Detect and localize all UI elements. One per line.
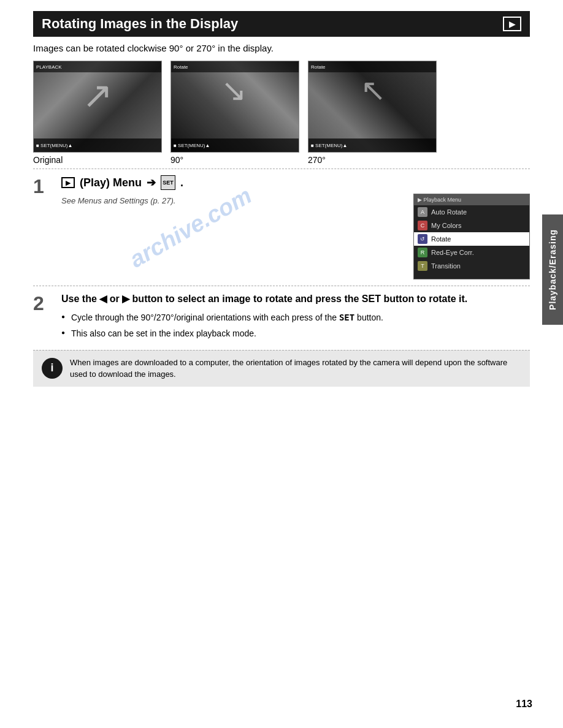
step1-inner: See Menus and Settings (p. 27). ▶ Playba…	[61, 194, 530, 279]
note-icon: i	[42, 358, 63, 379]
menu-icon-0: A	[418, 207, 427, 217]
step2-section: 2 Use the ◀ or ▶ button to select an ima…	[33, 286, 530, 351]
set-icon: SET	[161, 175, 175, 190]
step1-header: ▶ (Play) Menu ➔ SET .	[61, 175, 530, 190]
see-menus-text: See Menus and Settings (p. 27).	[61, 196, 405, 205]
preview-label-original: Original	[33, 155, 63, 165]
menu-screenshot: ▶ Playback Menu A Auto Rotate C My Color…	[413, 194, 530, 279]
step1-content: ▶ (Play) Menu ➔ SET . See Menus and Sett…	[61, 175, 530, 279]
bullet-list: Cycle through the 90°/270°/original orie…	[61, 312, 530, 339]
note-section: i When images are downloaded to a comput…	[33, 350, 530, 387]
menu-icon-4: T	[418, 261, 427, 271]
set-label-inline: SET	[339, 313, 354, 322]
menu-icon-2: ↺	[418, 234, 427, 244]
playback-icon: ▶	[503, 17, 521, 31]
preview-label-90: 90°	[170, 155, 183, 165]
step1-text: See Menus and Settings (p. 27).	[61, 194, 405, 205]
step2-content: Use the ◀ or ▶ button to select an image…	[61, 292, 530, 344]
menu-item-2: ↺ Rotate	[414, 232, 529, 246]
menu-item-4: T Transition	[414, 259, 529, 273]
intro-text: Images can be rotated clockwise 90° or 2…	[33, 43, 530, 53]
step1-arrow: ➔	[147, 176, 156, 189]
bullet-item-1: This also can be set in the index playba…	[61, 328, 530, 340]
note-text: When images are downloaded to a computer…	[70, 357, 521, 381]
preview-row: PLAYBACK ↗ ■ SET(MENU)▲ Original Rotate …	[33, 61, 530, 165]
preview-img-270: Rotate ↗ ■ SET(MENU)▲	[308, 61, 437, 153]
page-title: Rotating Images in the Display	[42, 16, 238, 32]
step1-menu-label: (Play) Menu	[80, 176, 142, 189]
preview-original: PLAYBACK ↗ ■ SET(MENU)▲ Original	[33, 61, 162, 165]
sidebar-label: Playback/Erasing	[548, 229, 557, 310]
page-number: 113	[516, 699, 532, 710]
play-menu-icon: ▶	[61, 177, 75, 188]
preview-img-90: Rotate ↗ ■ SET(MENU)▲	[170, 61, 299, 153]
preview-90: Rotate ↗ ■ SET(MENU)▲ 90°	[170, 61, 299, 165]
bullet-item-0: Cycle through the 90°/270°/original orie…	[61, 312, 530, 324]
menu-icon-3: R	[418, 248, 427, 257]
menu-item-3: R Red-Eye Corr.	[414, 246, 529, 259]
menu-item-1: C My Colors	[414, 219, 529, 232]
preview-img-original: PLAYBACK ↗ ■ SET(MENU)▲	[33, 61, 162, 153]
menu-item-0: A Auto Rotate	[414, 205, 529, 219]
step2-number: 2	[33, 292, 53, 313]
right-sidebar: Playback/Erasing	[542, 214, 563, 325]
preview-270: Rotate ↗ ■ SET(MENU)▲ 270°	[308, 61, 437, 165]
page-header: Rotating Images in the Display ▶	[33, 11, 530, 37]
menu-icon-1: C	[418, 221, 427, 230]
menu-top-bar: ▶ Playback Menu	[414, 194, 529, 205]
step2-title: Use the ◀ or ▶ button to select an image…	[61, 292, 530, 306]
step1-number: 1	[33, 175, 53, 196]
preview-label-270: 270°	[308, 155, 326, 165]
step1-section: 1 ▶ (Play) Menu ➔ SET . See Menus and Se…	[33, 169, 530, 286]
